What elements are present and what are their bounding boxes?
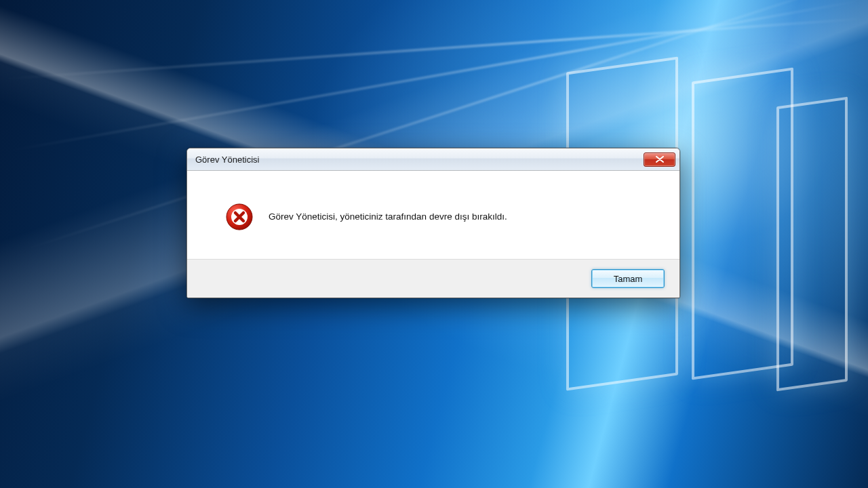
dialog-title: Görev Yöneticisi (195, 155, 644, 165)
close-button[interactable] (644, 152, 675, 167)
dialog-titlebar[interactable]: Görev Yöneticisi (187, 148, 679, 171)
ok-button[interactable]: Tamam (591, 269, 665, 288)
dialog-button-row: Tamam (187, 259, 679, 298)
dialog-message: Görev Yöneticisi, yöneticiniz tarafından… (269, 211, 507, 224)
wallpaper-window-panel (776, 97, 848, 392)
error-icon (225, 203, 254, 231)
light-ray (1, 17, 867, 80)
error-dialog: Görev Yöneticisi Görev Yön (186, 148, 680, 298)
dialog-body: Görev Yöneticisi, yöneticiniz tarafından… (187, 171, 679, 259)
close-icon (656, 156, 664, 163)
